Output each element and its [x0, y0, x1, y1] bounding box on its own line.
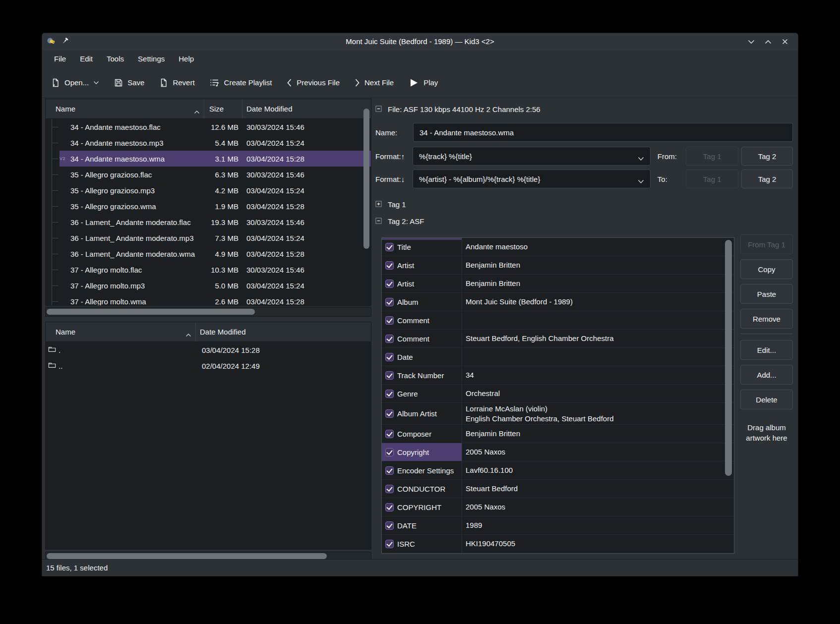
tag-field-cell[interactable]: Comment [382, 311, 462, 329]
tag-row[interactable]: Copyright2005 Naxos [382, 443, 734, 461]
from-tag2-button[interactable]: Tag 2 [741, 147, 793, 166]
format-from-combobox[interactable]: %{track} %{title} [413, 147, 651, 166]
tag-field-value[interactable]: Andante maestoso [462, 238, 734, 256]
checkbox-checked-icon[interactable] [385, 503, 394, 511]
tag-row[interactable]: GenreOrchestral [382, 385, 734, 403]
tag1-section-header[interactable]: Tag 1 [375, 200, 406, 209]
tag-field-value[interactable]: Lavf60.16.100 [462, 461, 734, 479]
menu-tools[interactable]: Tools [100, 52, 131, 66]
collapse-plus-icon[interactable] [375, 200, 382, 209]
tag-field-cell[interactable]: ISRC [382, 535, 462, 553]
scrollbar-thumb[interactable] [725, 240, 732, 476]
file-row[interactable]: 34 - Andante maestoso.mp35.4 MB03/04/202… [46, 135, 371, 151]
checkbox-checked-icon[interactable] [385, 521, 394, 530]
folder-row[interactable]: ..02/04/2024 12:49 [46, 358, 371, 374]
checkbox-checked-icon[interactable] [385, 409, 394, 418]
folder-row[interactable]: .03/04/2024 15:28 [46, 342, 371, 358]
menu-help[interactable]: Help [172, 52, 201, 66]
checkbox-checked-icon[interactable] [385, 335, 394, 343]
checkbox-checked-icon[interactable] [385, 316, 394, 325]
collapse-minus-icon[interactable] [375, 217, 382, 226]
file-row[interactable]: 36 - Lament_ Andante moderato.wma4.9 MB0… [46, 246, 371, 262]
titlebar[interactable]: Mont Juic Suite (Bedford - 1989) — Kid3 … [42, 33, 798, 50]
tag-row[interactable]: Encoder SettingsLavf60.16.100 [382, 461, 734, 480]
revert-button[interactable]: Revert [159, 78, 194, 87]
checkbox-checked-icon[interactable] [385, 390, 394, 398]
format-to-combobox[interactable]: %{artist} - %{album}/%{track} %{title} [413, 170, 651, 188]
file-list-column-size[interactable]: Size [204, 99, 242, 118]
file-row[interactable]: 35 - Allegro grazioso.wma1.9 MB03/04/202… [46, 198, 371, 214]
menu-file[interactable]: File [47, 52, 73, 66]
checkbox-checked-icon[interactable] [385, 371, 394, 380]
tag-field-cell[interactable]: Track Number [382, 366, 462, 384]
to-tag2-button[interactable]: Tag 2 [741, 170, 793, 188]
tag-row[interactable]: AlbumMont Juic Suite (Bedford - 1989) [382, 293, 734, 311]
tag-field-value[interactable]: Benjamin Britten [462, 425, 734, 443]
checkbox-checked-icon[interactable] [385, 430, 394, 438]
tag-field-cell[interactable]: Date [382, 348, 462, 366]
save-button[interactable]: Save [114, 78, 144, 87]
tag-field-cell[interactable]: Copyright [382, 443, 462, 461]
previous-file-button[interactable]: Previous File [287, 78, 340, 87]
add-button[interactable]: Add... [740, 365, 793, 385]
tag-table-vertical-scrollbar[interactable] [725, 240, 732, 551]
file-list-horizontal-scrollbar[interactable] [45, 307, 371, 317]
tag-row[interactable]: TitleAndante maestoso [382, 238, 734, 256]
filename-input[interactable]: 34 - Andante maestoso.wma [413, 123, 793, 142]
tag-field-cell[interactable]: Artist [382, 275, 462, 292]
tag-field-value[interactable]: 34 [462, 366, 734, 384]
checkbox-checked-icon[interactable] [385, 243, 394, 251]
scrollbar-thumb[interactable] [363, 109, 369, 249]
file-row[interactable]: 37 - Allegro molto.mp35.0 MB03/04/2024 1… [46, 278, 371, 293]
file-row[interactable]: 36 - Lament_ Andante moderato.flac19.3 M… [46, 214, 371, 230]
file-row[interactable]: 37 - Allegro molto.flac10.3 MB30/03/2024… [46, 262, 371, 278]
maximize-button[interactable] [764, 38, 772, 46]
tag-row[interactable]: ISRCHKI190470505 [382, 535, 734, 553]
tag-row[interactable]: CommentSteuart Bedford, English Chamber … [382, 330, 734, 348]
menu-edit[interactable]: Edit [73, 52, 100, 66]
tag-field-cell[interactable]: Title [382, 238, 462, 256]
paste-button[interactable]: Paste [740, 284, 793, 304]
tag-row[interactable]: DATE1989 [382, 516, 734, 535]
tag-field-cell[interactable]: Album Artist [382, 403, 462, 424]
folder-list-column-date[interactable]: Date Modified [195, 322, 371, 341]
edit-button[interactable]: Edit... [740, 340, 793, 360]
folder-list-column-name[interactable]: Name [46, 322, 195, 341]
collapse-minus-icon[interactable] [375, 105, 382, 113]
file-list-column-date[interactable]: Date Modified [242, 99, 371, 118]
tag-field-value[interactable]: Orchestral [462, 385, 734, 402]
file-row[interactable]: V234 - Andante maestoso.wma3.1 MB03/04/2… [46, 151, 371, 167]
remove-button[interactable]: Remove [740, 309, 793, 329]
tag-field-value[interactable]: Mont Juic Suite (Bedford - 1989) [462, 293, 734, 311]
tag-field-value[interactable]: 2005 Naxos [462, 443, 734, 461]
tag-row[interactable]: ArtistBenjamin Britten [382, 275, 734, 293]
checkbox-checked-icon[interactable] [385, 466, 394, 475]
tag-row[interactable]: Date [382, 348, 734, 366]
tag-row[interactable]: ComposerBenjamin Britten [382, 425, 734, 443]
tag-row[interactable]: ArtistBenjamin Britten [382, 256, 734, 275]
tag-field-value[interactable]: HKI190470505 [462, 535, 734, 553]
tag-field-value[interactable]: 2005 Naxos [462, 498, 734, 516]
delete-button[interactable]: Delete [740, 390, 793, 409]
file-row[interactable]: 34 - Andante maestoso.flac12.6 MB30/03/2… [46, 119, 371, 135]
tag-field-cell[interactable]: Composer [382, 425, 462, 443]
tag-field-value[interactable] [462, 348, 734, 366]
tag2-section-header[interactable]: Tag 2: ASF [375, 217, 424, 226]
tag-field-cell[interactable]: Artist [382, 256, 462, 274]
open-dropdown-chevron-icon[interactable] [93, 81, 99, 85]
checkbox-checked-icon[interactable] [385, 298, 394, 306]
checkbox-checked-icon[interactable] [385, 261, 394, 270]
tag-row[interactable]: Track Number34 [382, 366, 734, 385]
play-button[interactable]: Play [409, 78, 438, 88]
tag-field-cell[interactable]: Album [382, 293, 462, 311]
tag-field-value[interactable]: Lorraine McAslan (violin) English Chambe… [462, 403, 734, 424]
tag-field-cell[interactable]: Comment [382, 330, 462, 347]
file-list-vertical-scrollbar[interactable] [363, 100, 369, 304]
tag-field-value[interactable] [462, 311, 734, 329]
next-file-button[interactable]: Next File [355, 78, 394, 87]
tag-field-value[interactable]: Benjamin Britten [462, 275, 734, 292]
tag-field-value[interactable]: Benjamin Britten [462, 256, 734, 274]
from-tag-1-button[interactable]: From Tag 1 [740, 234, 793, 254]
checkbox-checked-icon[interactable] [385, 540, 394, 548]
tag-row[interactable]: Comment [382, 311, 734, 330]
